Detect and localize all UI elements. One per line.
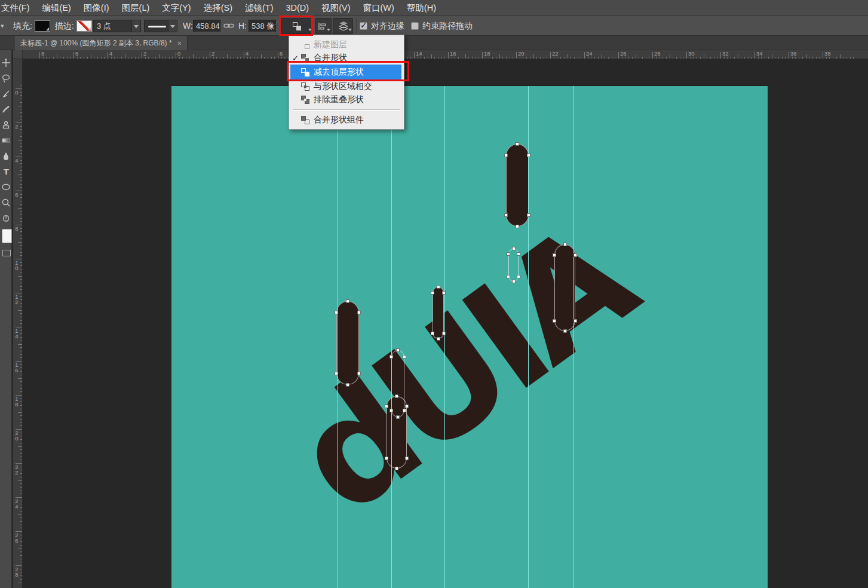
lasso-tool[interactable] (1, 74, 11, 83)
clone-stamp-tool[interactable] (1, 120, 11, 130)
path-anchor-point[interactable] (573, 319, 577, 323)
blur-tool[interactable] (1, 151, 11, 161)
zoom-tool[interactable] (1, 198, 11, 207)
menu-item-merge[interactable]: 合并形状组件 (289, 114, 404, 127)
path-anchor-point[interactable] (442, 332, 446, 335)
menu-3DD[interactable]: 3D(D) (286, 3, 309, 13)
rounded-rect-shape[interactable] (336, 301, 359, 385)
shape-width-input[interactable]: 458.84 (193, 20, 220, 32)
path-anchor-point[interactable] (335, 372, 338, 375)
move-tool[interactable] (1, 58, 11, 68)
path-anchor-point[interactable] (431, 291, 434, 295)
ruler-corner[interactable] (13, 50, 23, 59)
path-anchor-point[interactable] (357, 311, 361, 314)
vertical-ruler[interactable]: 0246810121416182022242628 (13, 59, 23, 588)
path-anchor-point[interactable] (385, 457, 388, 460)
eyedropper-tool[interactable] (1, 89, 11, 99)
path-anchor-point[interactable] (517, 275, 520, 278)
path-anchor-point[interactable] (516, 225, 519, 228)
path-anchor-point[interactable] (395, 467, 398, 470)
foreground-color-swatch[interactable] (2, 229, 12, 243)
guide-line[interactable] (444, 86, 445, 588)
rounded-rect-shape[interactable] (391, 350, 404, 417)
guide-line[interactable] (391, 86, 392, 588)
path-anchor-point[interactable] (389, 409, 393, 412)
path-anchor-point[interactable] (527, 213, 530, 217)
path-anchor-point[interactable] (527, 154, 530, 157)
rounded-rect-shape[interactable] (554, 244, 575, 331)
stroke-color-swatch[interactable] (76, 20, 92, 32)
path-anchor-point[interactable] (396, 415, 400, 419)
close-tab-icon[interactable]: × (177, 39, 182, 48)
path-anchor-point[interactable] (335, 311, 338, 314)
horizontal-ruler[interactable]: 864202468101214161820222426283032343638 (23, 50, 868, 59)
guide-line[interactable] (573, 86, 574, 588)
menu-F[interactable]: 文件(F) (1, 2, 30, 14)
path-anchor-point[interactable] (346, 383, 349, 387)
path-anchor-point[interactable] (504, 213, 508, 217)
path-anchor-point[interactable] (507, 252, 510, 256)
path-anchor-point[interactable] (357, 372, 361, 375)
align-edges-checkbox[interactable] (360, 22, 367, 30)
path-anchor-point[interactable] (405, 457, 409, 460)
hand-tool[interactable] (1, 213, 11, 223)
menu-T[interactable]: 滤镜(T) (245, 2, 274, 14)
path-anchor-point[interactable] (395, 394, 398, 398)
menu-H[interactable]: 帮助(H) (407, 2, 436, 14)
path-anchor-point[interactable] (512, 280, 516, 283)
menu-I[interactable]: 图像(I) (84, 2, 109, 14)
path-anchor-point[interactable] (437, 285, 440, 289)
link-dimensions-icon[interactable] (223, 21, 234, 30)
chevron-down-icon[interactable] (168, 20, 177, 32)
path-anchor-point[interactable] (507, 275, 510, 278)
path-anchor-point[interactable] (516, 142, 519, 146)
path-anchor-point[interactable] (385, 405, 388, 408)
menu-item-intersect[interactable]: 与形状区域相交 (289, 80, 404, 93)
path-anchor-point[interactable] (517, 252, 520, 256)
path-anchor-point[interactable] (573, 253, 577, 257)
menu-V[interactable]: 视图(V) (321, 2, 350, 14)
tool-preset-partial-icon[interactable]: ▾ (1, 22, 4, 29)
ruler-tick (20, 405, 22, 406)
screen-mode-icon[interactable] (2, 250, 11, 256)
menu-item-exclude[interactable]: 排除重叠形状 (289, 93, 404, 106)
menu-W[interactable]: 窗口(W) (363, 2, 394, 14)
path-anchor-point[interactable] (512, 247, 516, 250)
path-anchor-point[interactable] (405, 405, 409, 408)
chevron-down-icon[interactable] (131, 20, 140, 32)
menu-L[interactable]: 图层(L) (122, 2, 150, 14)
fill-color-swatch[interactable] (35, 20, 50, 32)
type-tool[interactable]: T (1, 167, 11, 176)
guide-line[interactable] (338, 86, 338, 588)
path-anchor-point[interactable] (553, 253, 556, 257)
stroke-width-select[interactable]: 3 点 (93, 20, 141, 32)
path-alignment-button[interactable] (315, 18, 332, 34)
shape-tool[interactable] (1, 182, 11, 192)
menu-Y[interactable]: 文字(Y) (162, 2, 191, 14)
constrain-path-drag-checkbox[interactable] (411, 22, 419, 30)
path-arrangement-button[interactable] (333, 18, 353, 34)
path-anchor-point[interactable] (403, 409, 406, 412)
canvas[interactable]: dUIA (171, 85, 768, 588)
brush-tool[interactable] (1, 105, 11, 114)
path-anchor-point[interactable] (403, 355, 406, 359)
path-anchor-point[interactable] (437, 337, 440, 341)
guide-line[interactable] (528, 86, 529, 588)
path-anchor-point[interactable] (442, 291, 446, 295)
stroke-style-select[interactable] (144, 20, 177, 32)
path-anchor-point[interactable] (396, 348, 400, 352)
path-anchor-point[interactable] (563, 329, 567, 333)
path-anchor-point[interactable] (389, 355, 393, 359)
path-anchor-point[interactable] (553, 319, 556, 323)
path-anchor-point[interactable] (346, 299, 349, 303)
gradient-tool[interactable] (1, 136, 11, 145)
menu-S[interactable]: 选择(S) (204, 2, 232, 14)
rounded-rect-shape[interactable] (506, 144, 529, 226)
path-anchor-point[interactable] (563, 243, 567, 246)
menu-E[interactable]: 编辑(E) (42, 2, 71, 14)
document-tab[interactable]: 未标题-1 @ 100% (圆角矩形 2 副本 3, RGB/8) * × (15, 36, 188, 50)
artwork-text[interactable]: dUIA (272, 204, 652, 538)
path-anchor-point[interactable] (504, 154, 508, 157)
shape-height-input[interactable]: 538 像素 (249, 20, 276, 32)
path-anchor-point[interactable] (431, 332, 434, 335)
